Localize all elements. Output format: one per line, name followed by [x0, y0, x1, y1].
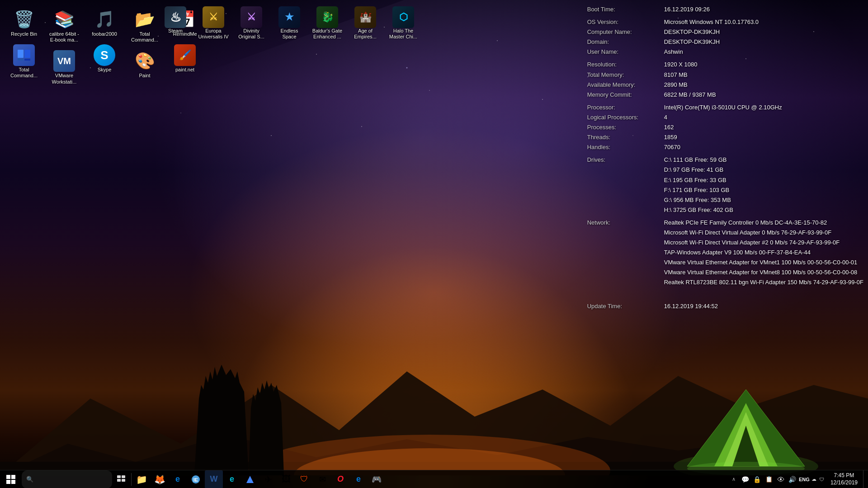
halo-icon[interactable]: ⬡ Halo The Master Chi... — [386, 5, 420, 42]
processor-label: Processor: — [587, 103, 664, 113]
baldurs-gate-icon[interactable]: 🐉 Baldur's Gate Enhanced ... — [310, 5, 344, 42]
system-clock[interactable]: 7:45 PM 12/16/2019 — [826, 470, 862, 488]
network-6: Realtek RTL8723BE 802.11 bgn Wi-Fi Adapt… — [664, 277, 863, 287]
vmware-icon[interactable]: VM VMware Workstati... — [47, 48, 81, 86]
tray-network[interactable] — [775, 470, 786, 488]
tray-language[interactable]: ENG — [799, 470, 810, 488]
boot-time-value: 16.12.2019 09:26 — [664, 5, 710, 14]
total-memory-label: Total Memory: — [587, 70, 664, 80]
paintnet-icon[interactable]: 🖌️ paint.net — [168, 42, 202, 75]
os-value: Microsoft Windows NT 10.0.17763.0 — [664, 17, 759, 27]
svg-rect-17 — [6, 475, 10, 479]
taskbar-mail[interactable]: ✉ — [313, 470, 331, 488]
paint-label: Paint — [139, 73, 150, 79]
taskbar-app4[interactable]: IE — [187, 470, 205, 488]
taskbar-msedge[interactable]: e — [349, 470, 368, 488]
drive-f: F:\ 171 GB Free: 103 GB — [664, 185, 733, 195]
boot-time-label: Boot Time: — [587, 5, 664, 14]
halo-label: Halo The Master Chi... — [388, 28, 419, 40]
drive-g: G:\ 956 MB Free: 353 MB — [664, 195, 733, 205]
svg-rect-19 — [6, 480, 10, 484]
svg-rect-13 — [18, 50, 24, 58]
taskbar-app9[interactable]: 🖼 — [277, 470, 295, 488]
paintnet-label: paint.net — [175, 67, 194, 73]
game-icons-row: ♨ Steam ⚔ Europa Universalis IV ⚔ Divini… — [158, 5, 420, 42]
domain-label: Domain: — [587, 37, 664, 47]
avail-memory-label: Available Memory: — [587, 80, 664, 90]
domain-value: DESKTOP-DK39KJH — [664, 37, 720, 47]
computer-label: Computer Name: — [587, 27, 664, 37]
tray-chat[interactable]: 💬 — [740, 470, 751, 488]
svg-marker-27 — [246, 476, 254, 483]
taskbar-pinned-apps: 📁 🦊 e IE W e ✈ 🖼 🛡 ✉ O e 🎮 — [132, 470, 386, 488]
total-commander-label: Total Command... — [9, 67, 39, 79]
drive-c: C:\ 111 GB Free: 59 GB — [664, 155, 733, 165]
icon-column-1: 🗑️ Recycle Bin Total Command... — [7, 7, 41, 87]
tray-onedrive[interactable]: ☁ — [811, 476, 817, 482]
drives-label: Drives: — [587, 155, 664, 165]
task-view-button[interactable] — [112, 470, 130, 488]
taskbar-firefox[interactable]: 🦊 — [151, 470, 169, 488]
resolution-label: Resolution: — [587, 60, 664, 70]
recycle-bin-icon[interactable]: 🗑️ Recycle Bin — [7, 7, 41, 39]
os-label: OS Version: — [587, 17, 664, 27]
taskbar: 🔍 📁 🦊 e IE W e ✈ 🖼 🛡 ✉ O e 🎮 ∧ 💬 🔒 📋 — [0, 470, 868, 488]
divinity-icon[interactable]: ⚔ Divinity Original S... — [234, 5, 269, 42]
taskbar-opera[interactable]: O — [331, 470, 349, 488]
threads-value: 1859 — [664, 132, 677, 142]
age-empires-label: Age of Empires... — [350, 28, 381, 40]
tray-security[interactable]: 🛡 — [818, 477, 825, 482]
memory-commit-value: 6822 MB / 9387 MB — [664, 90, 716, 100]
drive-h: H:\ 3725 GB Free: 402 GB — [664, 205, 733, 215]
svg-rect-24 — [122, 479, 125, 482]
taskbar-avast[interactable]: 🛡 — [295, 470, 313, 488]
threads-label: Threads: — [587, 132, 664, 142]
taskbar-word[interactable]: W — [205, 470, 223, 488]
taskbar-app14[interactable]: 🎮 — [368, 470, 386, 488]
computer-value: DESKTOP-DK39KJH — [664, 27, 720, 37]
svg-rect-18 — [11, 475, 15, 479]
tray-lock[interactable]: 🔒 — [752, 470, 763, 488]
search-button[interactable]: 🔍 — [22, 470, 112, 488]
calibre-icon[interactable]: 📚 calibre 64bit - E-book ma... — [47, 7, 81, 45]
taskbar-file-explorer[interactable]: 📁 — [132, 470, 151, 488]
tray-volume[interactable]: 🔊 — [787, 470, 798, 488]
foobar2000-icon[interactable]: 🎵 foobar2000 — [87, 7, 122, 39]
taskbar-separator — [131, 473, 132, 486]
skype-icon[interactable]: S Skype — [87, 42, 122, 75]
network-1: Microsoft Wi-Fi Direct Virtual Adapter 0… — [664, 228, 863, 238]
total-commander-icon[interactable]: Total Command... — [7, 42, 41, 80]
taskbar-telegram[interactable]: ✈ — [259, 470, 277, 488]
taskbar-app7[interactable] — [241, 470, 259, 488]
processor-value: Intel(R) Core(TM) i3-5010U CPU @ 2.10GHz — [664, 103, 782, 113]
total-cmd2-icon[interactable]: 📂 Total Command... — [127, 7, 162, 45]
svg-rect-14 — [24, 50, 30, 58]
skype-label: Skype — [98, 67, 112, 73]
svg-point-28 — [780, 478, 782, 480]
show-desktop-button[interactable] — [863, 470, 866, 488]
network-label: Network: — [587, 218, 664, 228]
svg-rect-22 — [122, 475, 125, 478]
svg-rect-20 — [11, 480, 15, 484]
recycle-bin-label: Recycle Bin — [11, 31, 37, 37]
network-5: VMware Virtual Ethernet Adapter for VMne… — [664, 267, 863, 277]
vmware-label: VMware Workstati... — [49, 73, 80, 84]
tray-clipboard[interactable]: 📋 — [764, 470, 774, 488]
europa-universalis-icon[interactable]: ⚔ Europa Universalis IV — [196, 5, 231, 42]
taskbar-ie[interactable]: e — [169, 470, 187, 488]
paint-icon[interactable]: 🎨 Paint — [127, 48, 162, 80]
europa-label: Europa Universalis IV — [198, 28, 229, 40]
clock-date: 12/16/2019 — [830, 479, 858, 487]
divinity-label: Divinity Original S... — [236, 28, 267, 40]
taskbar-edge-old[interactable]: e — [223, 470, 241, 488]
svg-text:IE: IE — [193, 477, 198, 483]
drive-e: E:\ 195 GB Free: 33 GB — [664, 175, 733, 185]
start-button[interactable] — [0, 470, 22, 488]
age-of-empires-icon[interactable]: 🏰 Age of Empires... — [348, 5, 382, 42]
steam-icon[interactable]: ♨ Steam — [158, 5, 193, 42]
endless-space-icon[interactable]: ★ Endless Space — [272, 5, 307, 42]
svg-marker-6 — [249, 380, 284, 475]
calibre-label: calibre 64bit - E-book ma... — [49, 31, 80, 43]
steam-label: Steam — [168, 28, 183, 34]
tray-show-hidden[interactable]: ∧ — [728, 470, 739, 488]
